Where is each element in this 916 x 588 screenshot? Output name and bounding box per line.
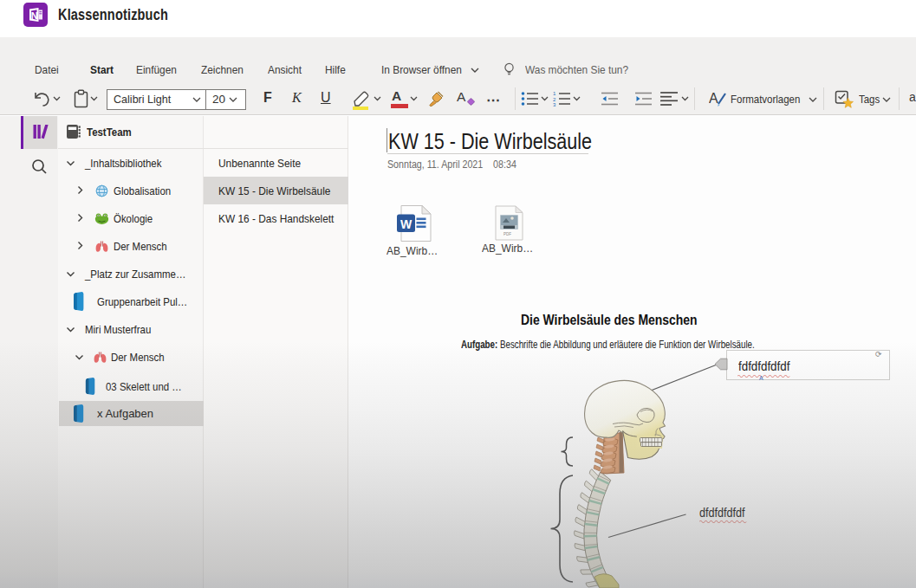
svg-text:3: 3 (553, 102, 556, 107)
svg-text:N: N (31, 10, 38, 21)
svg-text:2: 2 (553, 97, 556, 102)
svg-text:PDF: PDF (503, 232, 511, 236)
svg-text:A: A (709, 91, 718, 106)
svg-text:W: W (400, 217, 413, 231)
svg-text:1: 1 (553, 91, 556, 96)
